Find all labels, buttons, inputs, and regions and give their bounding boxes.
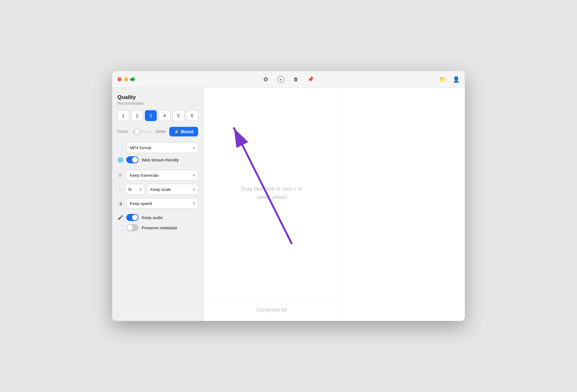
audio-toggle[interactable]	[126, 214, 138, 221]
web-stream-row: 🌐 Web stream-friendly	[117, 156, 198, 163]
app-window: ↩ ⚙ + 🗑 📌 📁 👤 Quality Recommended 1 2 3 …	[112, 71, 465, 321]
drop-text-line2: select videos	[241, 193, 302, 201]
quality-title: Quality	[117, 94, 198, 101]
quality-slider[interactable]	[133, 128, 151, 135]
web-stream-label: Web stream-friendly	[142, 158, 179, 162]
drop-text: Drag files here or click + to select vid…	[241, 185, 302, 201]
faster-label: Faster	[117, 129, 128, 134]
metadata-row: 📄 Preserve metadata	[117, 224, 198, 231]
quality-buttons: 1 2 3 4 5 6	[117, 110, 198, 121]
content-area: Drag files here or click + to select vid…	[204, 88, 340, 321]
audio-icon: 🎤	[117, 215, 123, 220]
speed-select-wrap: Keep speed 0.5x 2x ▼	[126, 198, 198, 209]
scale-icon: ↔	[117, 187, 123, 192]
format-row: 📄 MP4 format MOV format AVI format ▼	[117, 142, 198, 153]
scale-unit-select[interactable]: % px	[125, 184, 145, 195]
titlebar: ↩ ⚙ + 🗑 📌 📁 👤	[112, 71, 465, 88]
quality-btn-6[interactable]: 6	[186, 110, 198, 121]
speed-quality-row: Faster Better ⚡ Boost	[117, 127, 198, 136]
scale-row: ↔ % px ▼ Keep scale 50% 75% 100% ▼	[117, 184, 198, 195]
boost-icon: ⚡	[174, 129, 179, 134]
trash-icon[interactable]: 🗑	[293, 77, 298, 82]
right-panel	[340, 88, 465, 321]
web-stream-knob	[132, 157, 138, 163]
better-label: Better	[156, 129, 166, 134]
framerate-icon: ⊞	[117, 173, 123, 177]
drop-zone[interactable]: Drag files here or click + to select vid…	[204, 88, 340, 298]
scale-select-wrap: Keep scale 50% 75% 100% ▼	[147, 184, 198, 195]
main-layout: Quality Recommended 1 2 3 4 5 6 Faster B…	[112, 88, 465, 321]
scale-unit-wrap: % px ▼	[125, 184, 145, 195]
quality-subtitle: Recommended	[117, 101, 198, 106]
quality-btn-1[interactable]: 1	[117, 110, 129, 121]
compress-bar: Compress All	[204, 298, 340, 321]
add-icon[interactable]: +	[277, 76, 284, 83]
titlebar-right-actions: 📁 👤	[439, 76, 460, 83]
framerate-select-wrap: Keep framerate 24 fps 30 fps 60 fps ▼	[126, 170, 198, 181]
quality-btn-2[interactable]: 2	[131, 110, 143, 121]
drop-text-line1: Drag files here or click + to	[241, 185, 302, 193]
settings-icon[interactable]: ⚙	[263, 76, 268, 83]
scale-select[interactable]: Keep scale 50% 75% 100%	[147, 184, 198, 195]
metadata-knob	[127, 225, 133, 231]
compress-all-button[interactable]: Compress All	[256, 307, 287, 313]
boost-button[interactable]: ⚡ Boost	[169, 127, 198, 136]
framerate-select[interactable]: Keep framerate 24 fps 30 fps 60 fps	[126, 170, 198, 181]
quality-btn-3[interactable]: 3	[145, 110, 157, 121]
audio-knob	[132, 215, 138, 220]
speed-row: ◑ Keep speed 0.5x 2x ▼	[117, 198, 198, 209]
boost-label: Boost	[181, 129, 194, 134]
web-stream-icon: 🌐	[117, 157, 123, 162]
titlebar-toolbar: ⚙ + 🗑 📌	[112, 76, 465, 83]
audio-label: Keep audio	[142, 215, 163, 220]
format-select-wrap: MP4 format MOV format AVI format ▼	[126, 142, 198, 153]
format-icon: 📄	[117, 145, 123, 150]
quality-btn-4[interactable]: 4	[159, 110, 171, 121]
speed-icon: ◑	[117, 201, 123, 206]
quality-btn-5[interactable]: 5	[172, 110, 184, 121]
metadata-toggle[interactable]	[126, 224, 138, 231]
sidebar: Quality Recommended 1 2 3 4 5 6 Faster B…	[112, 88, 204, 321]
framerate-row: ⊞ Keep framerate 24 fps 30 fps 60 fps ▼	[117, 170, 198, 181]
pin-icon[interactable]: 📌	[307, 76, 314, 82]
folder-icon[interactable]: 📁	[439, 76, 446, 83]
metadata-label: Preserve metadata	[142, 225, 177, 230]
format-select[interactable]: MP4 format MOV format AVI format	[126, 142, 198, 153]
audio-row: 🎤 Keep audio	[117, 214, 198, 221]
minimize-button[interactable]	[124, 77, 128, 81]
close-button[interactable]	[117, 77, 121, 81]
back-icon[interactable]: ↩	[130, 77, 134, 82]
metadata-icon: 📄	[117, 225, 123, 230]
speed-select[interactable]: Keep speed 0.5x 2x	[126, 198, 198, 209]
web-stream-toggle[interactable]	[126, 156, 138, 163]
account-icon[interactable]: 👤	[453, 76, 460, 83]
